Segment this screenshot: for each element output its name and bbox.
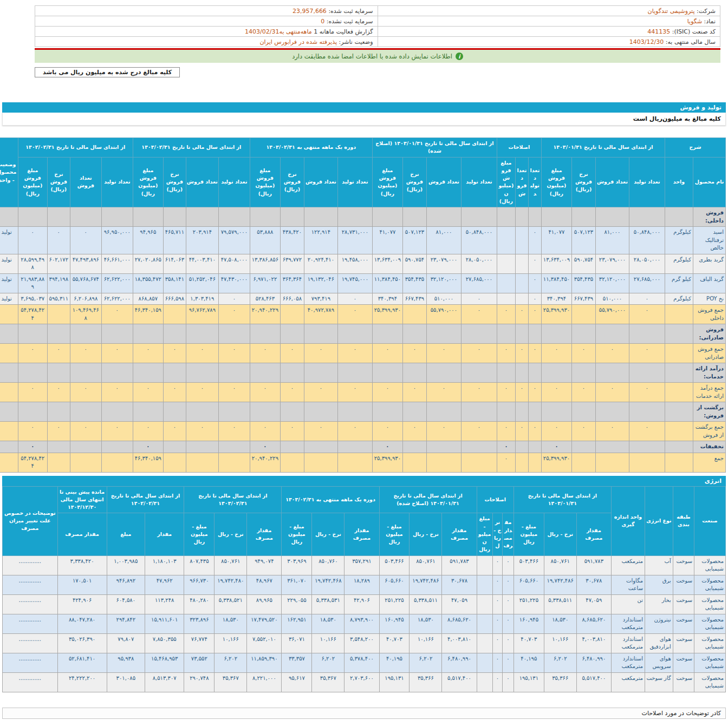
- value-cell: [571, 363, 595, 383]
- value-cell: ۲۲۹,۰۵۵: [282, 594, 312, 614]
- value-cell: [163, 363, 186, 383]
- value-cell: ۵۹۵,۳۱۱: [47, 293, 70, 305]
- value-cell: ۱۶۰,۹۴۵: [514, 614, 544, 633]
- value-cell: [70, 402, 101, 422]
- value-cell: ۰: [629, 305, 665, 324]
- value-cell: [47, 453, 70, 472]
- header-row: نام محصولواحدتعداد تولیدتعداد فروشنرخ فر…: [0, 157, 726, 207]
- sub-column-header: نرخ - ریال: [544, 513, 576, 555]
- value-cell: ۰: [492, 555, 503, 575]
- value-cell: [477, 653, 492, 672]
- section-energy-bar: انرژی: [2, 476, 726, 486]
- energy-type-cell: هوای ابزاردقیق: [645, 633, 673, 653]
- value-cell: [541, 402, 571, 422]
- row-label-cell: برگشت از فروش:: [693, 402, 726, 422]
- value-cell: ۲۵۱,۲۲۵: [379, 594, 410, 614]
- value-cell: ۹۶۶,۷۳۰: [184, 575, 214, 594]
- value-cell: ۶۳۹,۷۷۲: [280, 254, 304, 273]
- value-cell: [497, 293, 515, 305]
- value-cell: ۸,۶۸۵,۶۲۰: [442, 614, 477, 633]
- value-cell: ۸,۷۹۳,۹۰۰: [344, 614, 379, 633]
- value-cell: ۲۰,۹۲۴,۴۱۰: [304, 254, 337, 273]
- value-cell: ۵۴,۲۷۸,۴۲۴: [18, 305, 47, 324]
- value-cell: ۰: [47, 383, 70, 402]
- sub-column-header: نرخ فروش (ریال): [163, 157, 186, 207]
- value-cell: [70, 324, 101, 344]
- value-cell: ۱۸,۵۳۰: [544, 614, 576, 633]
- value-cell: ۱۶۲,۹۵۱: [282, 614, 312, 633]
- industry-cell: محصولات شیمیایی: [694, 653, 726, 672]
- value-cell: [186, 324, 218, 344]
- value-cell: ۱۷,۴۷۹,۵۲۰: [247, 614, 282, 633]
- value-cell: ۰: [492, 653, 503, 672]
- total-row: جمع برگشت از فروش۰۰۰۰۰۰۰۰۰۰۰۰۰۰۰۰۰۰۰۰۰۰۰: [0, 422, 726, 441]
- value-cell: [47, 363, 70, 383]
- value-cell: ۴۱,۰۷۷: [372, 227, 402, 254]
- energy-type-cell: آب: [645, 555, 673, 575]
- unit-cell: مترمکعب: [611, 555, 645, 575]
- value-cell: [163, 207, 186, 227]
- value-cell: [70, 363, 101, 383]
- unit-cell: کیلوگرم: [665, 227, 693, 254]
- section-row: فروش داخلی:: [0, 207, 726, 227]
- total-row: جمع درآمد ارائه خدمات۰۰۰۰۰۰۰۰۰۰۰۰۰۰۰۰۰۰۰…: [0, 383, 726, 402]
- energy-type-cell: گاز سوخت: [645, 672, 673, 692]
- value-cell: ۵۰۳,۴۶۶: [514, 555, 544, 575]
- unit-cell: [665, 344, 693, 363]
- value-cell: [163, 305, 186, 324]
- field-value: پتروشیمی تندگویان: [648, 8, 695, 15]
- group-header: دوره یک ماهه منتهی به ۱۴۰۳/۰۲/۳۱: [250, 138, 372, 158]
- sub-column-header: مبلغ فروش (میلیون ریال): [372, 157, 402, 207]
- report-body: تولید و فروش کلیه مبالغ به میلیون‌ریال ا…: [2, 102, 726, 720]
- value-cell: ۰: [595, 344, 629, 363]
- value-cell: ۸۰۷,۴۳۵: [184, 555, 214, 575]
- value-cell: [629, 207, 665, 227]
- value-cell: ۷۹,۵۷۹,۰۰۰: [218, 227, 250, 254]
- sub-column-header: مبلغ: [107, 513, 145, 555]
- value-cell: ۱۰,۱۶۶: [544, 633, 576, 653]
- value-cell: ۲۰,۹۴۰,۲۲۹: [250, 453, 280, 472]
- value-cell: ۳۶۱,۰۷۰: [282, 575, 312, 594]
- sub-column-header: تعداد تولید: [218, 157, 250, 207]
- value-cell: ۰: [503, 555, 514, 575]
- value-cell: [218, 207, 250, 227]
- value-cell: ۳۵۷,۲۹۱: [344, 555, 379, 575]
- product-row: اسید ترفتالیک خالصکیلوگرم۵۰,۸۴۸,۰۰۰۸۱,۰۰…: [0, 227, 726, 254]
- value-cell: [280, 441, 304, 453]
- value-cell: ۱۹,۷۴۲,۴۸۰: [214, 575, 247, 594]
- value-cell: ۵۲,۶۸۱,۴۱۰: [57, 653, 107, 672]
- value-cell: ۵۵,۷۶۸,۶۷۴: [70, 273, 101, 293]
- value-cell: [497, 402, 515, 422]
- value-cell: [337, 402, 372, 422]
- value-cell: ۴۰,۷۰۳: [379, 633, 410, 653]
- value-cell: ۰: [133, 441, 163, 453]
- value-cell: ۶۰۵,۶۶۰: [514, 575, 544, 594]
- group-header: اصلاحات: [477, 486, 514, 513]
- value-cell: ۰: [218, 422, 250, 441]
- value-cell: ۰: [250, 422, 280, 441]
- row-label-cell: تخفیفات: [693, 441, 726, 453]
- value-cell: ۵۳,۸۸۸: [250, 227, 280, 254]
- value-cell: ۵,۵۱۷,۴۰۰: [442, 672, 477, 692]
- field-value: 0: [321, 18, 324, 25]
- section-row: فروش صادراتی:: [0, 324, 726, 344]
- value-cell: ۰: [595, 422, 629, 441]
- field-value: 441135: [647, 28, 670, 35]
- status-column-header: وضعیت محصول- واحد: [0, 138, 18, 207]
- info-row: شرکت: پتروشیمی تندگویانسرمایه ثبت شده: 2…: [35, 6, 720, 16]
- note-cell: .............: [3, 653, 58, 672]
- note-cell: .............: [3, 614, 58, 633]
- value-cell: ۰: [280, 383, 304, 402]
- value-cell: ۳۰۱,۰۸۵: [107, 672, 145, 692]
- value-cell: ۲,۷۰۳,۶۰۰: [344, 672, 379, 692]
- value-cell: [250, 402, 280, 422]
- unit-cell: تن: [611, 594, 645, 614]
- million-rial-note-button[interactable]: کلیه مبالغ درج شده به میلیون ریال می باش…: [35, 67, 180, 77]
- energy-row: محصولات شیمیاییسوختبرقمگاوات ساعت۳۰,۶۷۸۱…: [3, 575, 726, 594]
- value-cell: [629, 453, 665, 472]
- value-cell: ۴۶,۳۴۰,۱۵۹: [133, 453, 163, 472]
- sub-column-header: نرخ - ریال: [492, 513, 503, 555]
- sub-column-header: نرخ - ریال: [312, 513, 344, 555]
- group-header-desc: شرح: [665, 138, 725, 158]
- sub-column-header: تعداد فروش: [186, 157, 218, 207]
